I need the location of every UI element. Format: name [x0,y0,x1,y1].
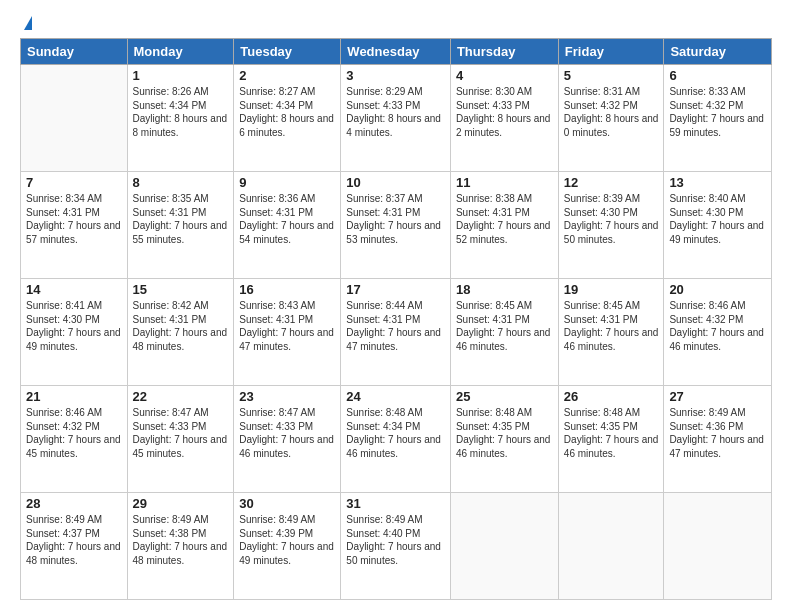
calendar-cell: 23Sunrise: 8:47 AMSunset: 4:33 PMDayligh… [234,386,341,493]
day-info: Sunrise: 8:41 AMSunset: 4:30 PMDaylight:… [26,299,122,353]
calendar-table: SundayMondayTuesdayWednesdayThursdayFrid… [20,38,772,600]
calendar-week-row: 21Sunrise: 8:46 AMSunset: 4:32 PMDayligh… [21,386,772,493]
calendar-cell: 8Sunrise: 8:35 AMSunset: 4:31 PMDaylight… [127,172,234,279]
calendar-cell: 5Sunrise: 8:31 AMSunset: 4:32 PMDaylight… [558,65,664,172]
day-info: Sunrise: 8:36 AMSunset: 4:31 PMDaylight:… [239,192,335,246]
day-number: 11 [456,175,553,190]
day-header-saturday: Saturday [664,39,772,65]
calendar-cell: 30Sunrise: 8:49 AMSunset: 4:39 PMDayligh… [234,493,341,600]
day-number: 3 [346,68,445,83]
day-info: Sunrise: 8:31 AMSunset: 4:32 PMDaylight:… [564,85,659,139]
calendar-cell [450,493,558,600]
calendar-cell: 18Sunrise: 8:45 AMSunset: 4:31 PMDayligh… [450,279,558,386]
day-info: Sunrise: 8:42 AMSunset: 4:31 PMDaylight:… [133,299,229,353]
day-info: Sunrise: 8:48 AMSunset: 4:34 PMDaylight:… [346,406,445,460]
calendar-cell: 26Sunrise: 8:48 AMSunset: 4:35 PMDayligh… [558,386,664,493]
day-info: Sunrise: 8:37 AMSunset: 4:31 PMDaylight:… [346,192,445,246]
day-info: Sunrise: 8:40 AMSunset: 4:30 PMDaylight:… [669,192,766,246]
day-info: Sunrise: 8:27 AMSunset: 4:34 PMDaylight:… [239,85,335,139]
calendar-cell [21,65,128,172]
calendar-cell: 11Sunrise: 8:38 AMSunset: 4:31 PMDayligh… [450,172,558,279]
calendar-cell: 17Sunrise: 8:44 AMSunset: 4:31 PMDayligh… [341,279,451,386]
calendar-cell: 29Sunrise: 8:49 AMSunset: 4:38 PMDayligh… [127,493,234,600]
day-number: 10 [346,175,445,190]
day-number: 13 [669,175,766,190]
day-info: Sunrise: 8:29 AMSunset: 4:33 PMDaylight:… [346,85,445,139]
day-number: 27 [669,389,766,404]
day-number: 31 [346,496,445,511]
day-number: 8 [133,175,229,190]
day-number: 29 [133,496,229,511]
calendar-cell: 13Sunrise: 8:40 AMSunset: 4:30 PMDayligh… [664,172,772,279]
day-info: Sunrise: 8:49 AMSunset: 4:39 PMDaylight:… [239,513,335,567]
day-info: Sunrise: 8:43 AMSunset: 4:31 PMDaylight:… [239,299,335,353]
day-info: Sunrise: 8:26 AMSunset: 4:34 PMDaylight:… [133,85,229,139]
day-header-sunday: Sunday [21,39,128,65]
day-number: 19 [564,282,659,297]
day-number: 14 [26,282,122,297]
day-number: 30 [239,496,335,511]
day-number: 4 [456,68,553,83]
day-info: Sunrise: 8:46 AMSunset: 4:32 PMDaylight:… [26,406,122,460]
day-number: 1 [133,68,229,83]
day-number: 26 [564,389,659,404]
day-info: Sunrise: 8:48 AMSunset: 4:35 PMDaylight:… [456,406,553,460]
day-info: Sunrise: 8:30 AMSunset: 4:33 PMDaylight:… [456,85,553,139]
calendar-cell: 3Sunrise: 8:29 AMSunset: 4:33 PMDaylight… [341,65,451,172]
calendar-cell: 31Sunrise: 8:49 AMSunset: 4:40 PMDayligh… [341,493,451,600]
day-number: 24 [346,389,445,404]
day-number: 7 [26,175,122,190]
day-info: Sunrise: 8:48 AMSunset: 4:35 PMDaylight:… [564,406,659,460]
calendar-cell: 6Sunrise: 8:33 AMSunset: 4:32 PMDaylight… [664,65,772,172]
day-header-friday: Friday [558,39,664,65]
logo-triangle-icon [24,16,32,30]
day-number: 17 [346,282,445,297]
day-number: 18 [456,282,553,297]
calendar-cell: 12Sunrise: 8:39 AMSunset: 4:30 PMDayligh… [558,172,664,279]
calendar-cell [664,493,772,600]
calendar-header-row: SundayMondayTuesdayWednesdayThursdayFrid… [21,39,772,65]
calendar-week-row: 14Sunrise: 8:41 AMSunset: 4:30 PMDayligh… [21,279,772,386]
day-header-tuesday: Tuesday [234,39,341,65]
calendar-cell: 27Sunrise: 8:49 AMSunset: 4:36 PMDayligh… [664,386,772,493]
day-info: Sunrise: 8:33 AMSunset: 4:32 PMDaylight:… [669,85,766,139]
day-number: 9 [239,175,335,190]
day-info: Sunrise: 8:44 AMSunset: 4:31 PMDaylight:… [346,299,445,353]
day-info: Sunrise: 8:45 AMSunset: 4:31 PMDaylight:… [564,299,659,353]
day-number: 23 [239,389,335,404]
calendar-cell: 4Sunrise: 8:30 AMSunset: 4:33 PMDaylight… [450,65,558,172]
day-info: Sunrise: 8:49 AMSunset: 4:38 PMDaylight:… [133,513,229,567]
day-info: Sunrise: 8:49 AMSunset: 4:37 PMDaylight:… [26,513,122,567]
day-header-monday: Monday [127,39,234,65]
calendar-cell: 1Sunrise: 8:26 AMSunset: 4:34 PMDaylight… [127,65,234,172]
day-info: Sunrise: 8:47 AMSunset: 4:33 PMDaylight:… [239,406,335,460]
calendar-cell: 16Sunrise: 8:43 AMSunset: 4:31 PMDayligh… [234,279,341,386]
day-number: 22 [133,389,229,404]
day-number: 12 [564,175,659,190]
calendar-cell: 9Sunrise: 8:36 AMSunset: 4:31 PMDaylight… [234,172,341,279]
calendar-cell: 19Sunrise: 8:45 AMSunset: 4:31 PMDayligh… [558,279,664,386]
calendar-week-row: 1Sunrise: 8:26 AMSunset: 4:34 PMDaylight… [21,65,772,172]
day-number: 20 [669,282,766,297]
day-number: 15 [133,282,229,297]
header [20,16,772,32]
day-info: Sunrise: 8:45 AMSunset: 4:31 PMDaylight:… [456,299,553,353]
logo [20,16,32,32]
calendar-cell [558,493,664,600]
calendar-week-row: 7Sunrise: 8:34 AMSunset: 4:31 PMDaylight… [21,172,772,279]
calendar-cell: 21Sunrise: 8:46 AMSunset: 4:32 PMDayligh… [21,386,128,493]
calendar-cell: 7Sunrise: 8:34 AMSunset: 4:31 PMDaylight… [21,172,128,279]
calendar-cell: 28Sunrise: 8:49 AMSunset: 4:37 PMDayligh… [21,493,128,600]
day-info: Sunrise: 8:46 AMSunset: 4:32 PMDaylight:… [669,299,766,353]
calendar-cell: 22Sunrise: 8:47 AMSunset: 4:33 PMDayligh… [127,386,234,493]
day-number: 28 [26,496,122,511]
calendar-cell: 24Sunrise: 8:48 AMSunset: 4:34 PMDayligh… [341,386,451,493]
calendar-cell: 20Sunrise: 8:46 AMSunset: 4:32 PMDayligh… [664,279,772,386]
calendar-cell: 25Sunrise: 8:48 AMSunset: 4:35 PMDayligh… [450,386,558,493]
day-number: 16 [239,282,335,297]
calendar-cell: 10Sunrise: 8:37 AMSunset: 4:31 PMDayligh… [341,172,451,279]
day-info: Sunrise: 8:34 AMSunset: 4:31 PMDaylight:… [26,192,122,246]
day-info: Sunrise: 8:47 AMSunset: 4:33 PMDaylight:… [133,406,229,460]
day-number: 6 [669,68,766,83]
day-number: 25 [456,389,553,404]
